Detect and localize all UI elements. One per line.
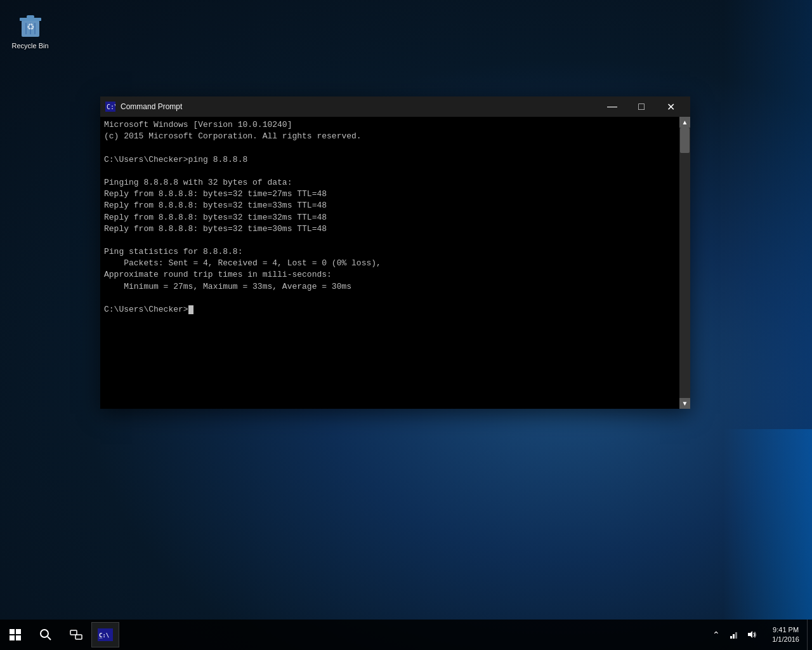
desktop: ♻ Recycle Bin C:\ Command Prompt — □ ✕ M… [0,0,812,650]
close-button[interactable]: ✕ [656,96,685,117]
volume-icon[interactable] [744,627,759,642]
recycle-bin-icon[interactable]: ♻ Recycle Bin [6,6,54,52]
minimize-button[interactable]: — [598,96,627,117]
svg-rect-16 [730,636,732,639]
cmd-output[interactable]: Microsoft Windows [Version 10.0.10240] (… [100,117,679,409]
svg-line-10 [48,637,51,640]
taskbar: C:\ _ ⌃ [0,620,812,650]
svg-text:_: _ [99,632,103,639]
scroll-down-button[interactable]: ▼ [679,398,690,409]
cmd-icon: C:\ [105,102,115,112]
svg-point-9 [41,630,48,637]
show-desktop-button[interactable] [807,620,812,650]
scrollbar[interactable]: ▲ ▼ [679,117,690,409]
search-icon [39,628,52,641]
cmd-titlebar[interactable]: C:\ Command Prompt — □ ✕ [100,96,690,117]
svg-rect-2 [27,15,34,18]
cmd-body: Microsoft Windows [Version 10.0.10240] (… [100,117,690,409]
network-icon[interactable] [726,627,742,642]
maximize-button[interactable]: □ [627,96,656,117]
system-tray: ⌃ [709,627,764,642]
recycle-bin-graphic: ♻ [15,9,46,39]
cmd-title: Command Prompt [121,102,598,111]
svg-rect-12 [75,635,82,639]
system-clock[interactable]: 9:41 PM 1/1/2016 [764,625,807,645]
svg-rect-11 [70,630,77,635]
svg-rect-17 [733,634,735,639]
svg-text:C:\: C:\ [107,103,115,110]
tray-chevron[interactable]: ⌃ [709,627,724,642]
scrollbar-track[interactable] [679,128,690,398]
recycle-bin-label: Recycle Bin [11,42,48,50]
clock-time: 9:41 PM [773,625,799,635]
search-button[interactable] [30,620,61,650]
task-view-icon [70,628,82,641]
task-view-button[interactable] [61,620,91,650]
clock-date: 1/1/2016 [772,635,799,644]
svg-text:♻: ♻ [26,22,34,32]
start-button[interactable] [0,620,30,650]
window-controls: — □ ✕ [598,96,685,117]
svg-rect-18 [735,632,737,639]
network-tray-icon [729,630,739,640]
cmd-window: C:\ Command Prompt — □ ✕ Microsoft Windo… [100,96,690,409]
scrollbar-thumb[interactable] [680,128,690,153]
taskbar-glow [723,429,812,620]
svg-marker-19 [748,631,752,638]
cmd-taskbar-icon: C:\ _ [98,628,113,641]
cmd-taskbar-button[interactable]: C:\ _ [91,622,119,647]
volume-tray-icon [747,630,757,640]
scroll-up-button[interactable]: ▲ [679,117,690,128]
windows-logo-icon [10,629,21,640]
